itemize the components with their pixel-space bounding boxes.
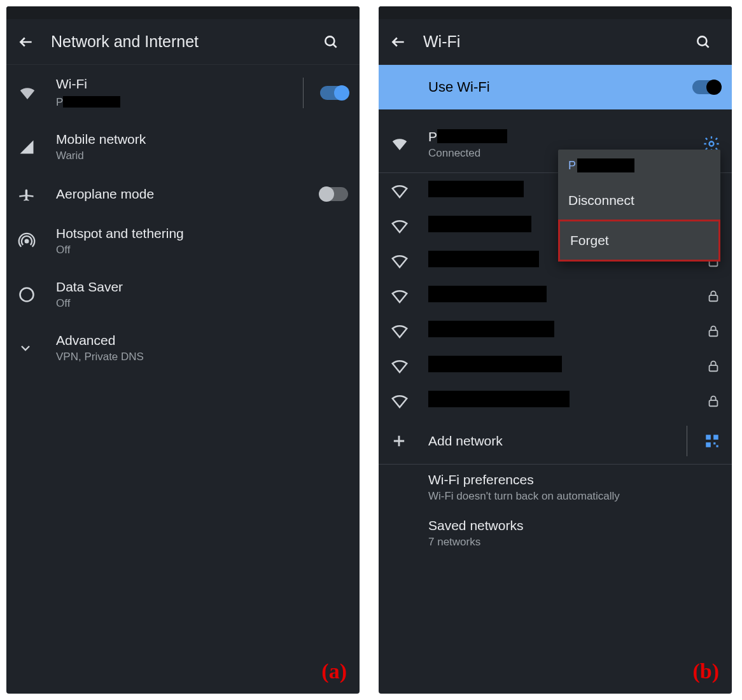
datasaver-row[interactable]: Data Saver Off (6, 268, 360, 321)
wifi-preferences-title: Wi‑Fi preferences (428, 472, 720, 487)
wifi-outline-icon (390, 216, 428, 235)
airplane-icon (18, 185, 56, 203)
wifi-full-icon (390, 134, 428, 153)
svg-rect-12 (706, 442, 711, 447)
svg-rect-14 (717, 445, 718, 447)
svg-point-3 (697, 36, 706, 45)
popup-title: P (558, 150, 720, 181)
qr-icon[interactable] (704, 433, 720, 449)
lock-icon (706, 324, 720, 338)
svg-point-4 (710, 141, 714, 146)
lock-icon (706, 289, 720, 303)
svg-rect-13 (713, 442, 715, 444)
wifi-row[interactable]: Wi‑Fi P (6, 65, 360, 120)
use-wifi-toggle[interactable] (692, 80, 720, 94)
svg-rect-10 (706, 435, 711, 440)
annotation-a: (a) (321, 659, 347, 683)
network-ssid (428, 321, 706, 340)
datasaver-subtitle: Off (56, 297, 348, 310)
annotation-b: (b) (692, 659, 719, 683)
status-bar (6, 6, 360, 19)
hotspot-icon (18, 232, 56, 250)
signal-icon (18, 138, 56, 156)
popup-disconnect[interactable]: Disconnect (558, 181, 720, 220)
svg-rect-7 (710, 330, 718, 336)
network-context-popup: P Disconnect Forget (558, 150, 720, 262)
popup-forget[interactable]: Forget (558, 220, 720, 262)
search-button[interactable] (695, 34, 720, 50)
svg-point-1 (25, 240, 29, 243)
datasaver-icon (18, 286, 56, 304)
advanced-row[interactable]: Advanced VPN, Private DNS (6, 321, 360, 375)
wifi-toggle[interactable] (320, 86, 348, 100)
plus-icon (390, 432, 428, 450)
wifi-outline-icon (390, 181, 428, 200)
wifi-icon (18, 83, 56, 102)
mobile-network-title: Mobile network (56, 132, 348, 147)
advanced-subtitle: VPN, Private DNS (56, 351, 348, 363)
back-button[interactable] (390, 34, 416, 50)
svg-rect-6 (710, 295, 718, 301)
advanced-title: Advanced (56, 333, 348, 348)
connected-ssid: P (428, 127, 703, 144)
mobile-network-subtitle: Warid (56, 150, 348, 162)
wifi-title: Wi‑Fi (56, 76, 303, 92)
airplane-toggle[interactable] (320, 187, 348, 201)
wifi-outline-icon (390, 356, 428, 375)
lock-icon (706, 359, 720, 373)
back-button[interactable] (18, 34, 43, 50)
network-ssid (428, 391, 706, 410)
network-ssid (428, 286, 706, 305)
saved-networks-title: Saved networks (428, 518, 720, 533)
page-title: Network and Internet (51, 32, 323, 51)
airplane-row[interactable]: Aeroplane mode (6, 174, 360, 214)
wifi-outline-icon (390, 286, 428, 305)
wifi-outline-icon (390, 391, 428, 410)
svg-point-2 (20, 288, 34, 302)
status-bar (379, 6, 732, 19)
search-button[interactable] (323, 34, 348, 50)
wifi-outline-icon (390, 321, 428, 340)
svg-rect-9 (710, 400, 718, 406)
wifi-outline-icon (390, 251, 428, 270)
hotspot-subtitle: Off (56, 244, 348, 256)
page-title: Wi‑Fi (423, 32, 695, 51)
wifi-subtitle: P (56, 94, 303, 109)
chevron-down-icon (18, 340, 56, 356)
use-wifi-label: Use Wi‑Fi (428, 79, 692, 95)
svg-point-0 (325, 36, 334, 45)
add-network-divider (687, 426, 687, 456)
phone-right: Wi‑Fi Use Wi‑Fi P Connected (379, 6, 732, 694)
saved-networks-row[interactable]: Saved networks 7 networks (379, 510, 732, 556)
mobile-network-row[interactable]: Mobile network Warid (6, 120, 360, 174)
header-left: Network and Internet (6, 19, 360, 65)
svg-rect-8 (710, 365, 718, 371)
add-network-label: Add network (428, 433, 687, 449)
wifi-preferences-subtitle: Wi‑Fi doesn't turn back on automatically (428, 490, 720, 503)
network-ssid (428, 356, 706, 375)
network-row[interactable] (379, 313, 732, 348)
network-row[interactable] (379, 383, 732, 418)
add-network-row[interactable]: Add network (379, 418, 732, 464)
hotspot-row[interactable]: Hotspot and tethering Off (6, 214, 360, 268)
datasaver-title: Data Saver (56, 279, 348, 295)
use-wifi-banner[interactable]: Use Wi‑Fi (379, 65, 732, 109)
hotspot-title: Hotspot and tethering (56, 226, 348, 241)
svg-rect-11 (713, 435, 718, 440)
network-row[interactable] (379, 348, 732, 383)
airplane-title: Aeroplane mode (56, 186, 320, 202)
header-right: Wi‑Fi (379, 19, 732, 65)
network-row[interactable] (379, 278, 732, 313)
phone-left: Network and Internet Wi‑Fi P Mobile netw… (6, 6, 360, 694)
wifi-divider (303, 78, 304, 108)
wifi-preferences-row[interactable]: Wi‑Fi preferences Wi‑Fi doesn't turn bac… (379, 465, 732, 510)
saved-networks-subtitle: 7 networks (428, 536, 720, 549)
lock-icon (706, 394, 720, 408)
